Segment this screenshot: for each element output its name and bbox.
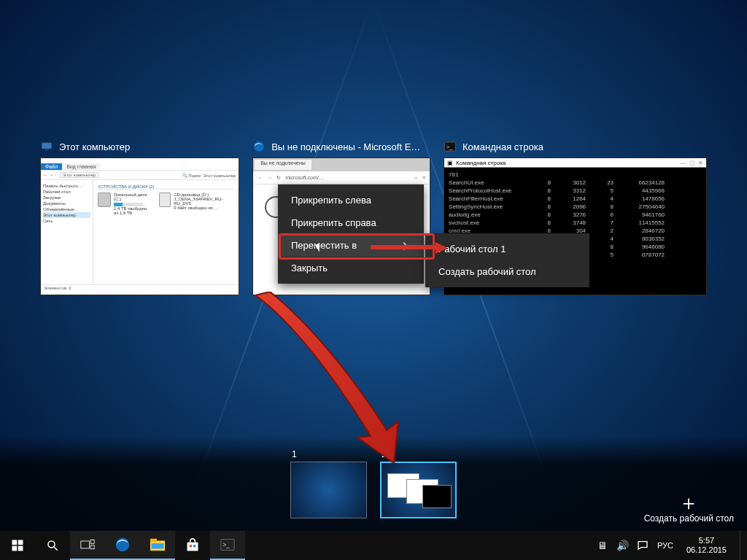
svg-rect-18: [187, 542, 198, 551]
svg-rect-12: [90, 540, 94, 543]
start-button[interactable]: [0, 531, 35, 560]
svg-rect-8: [18, 546, 23, 551]
svg-rect-11: [81, 541, 90, 548]
search-icon: [46, 539, 59, 552]
ctx-pin-right[interactable]: Прикрепить справа: [278, 211, 424, 234]
svg-text:>_: >_: [446, 144, 453, 150]
tray-notifications-icon[interactable]: [637, 540, 650, 551]
svg-rect-13: [90, 545, 94, 549]
svg-line-10: [54, 547, 58, 551]
taskbar-app-edge[interactable]: [105, 531, 140, 560]
system-tray: 🖥 🔊 РУС 5:57 06.12.2015: [593, 531, 747, 560]
new-virtual-desktop[interactable]: ＋ Создать рабочий стол: [644, 493, 734, 524]
taskbar: >_ 🖥 🔊 РУС 5:57 06.12.2015: [0, 531, 747, 560]
window-thumb-explorer[interactable]: Этот компьютер Файл Вид главная ← → ↑ Эт…: [40, 139, 239, 295]
drive-c: Локальный диск (C:) 1,4 ТБ свободно из 1…: [98, 192, 149, 215]
svg-rect-5: [12, 540, 18, 545]
show-desktop-button[interactable]: [740, 531, 744, 560]
virtual-desktop-strip: 1 2: [0, 436, 747, 531]
tray-volume-icon[interactable]: 🔊: [616, 540, 630, 551]
svg-rect-19: [190, 545, 192, 547]
taskbar-app-store[interactable]: [175, 531, 210, 560]
task-view-button[interactable]: [70, 531, 105, 560]
svg-text:>_: >_: [222, 541, 230, 548]
svg-rect-6: [18, 540, 23, 545]
taskbar-app-cmd[interactable]: >_: [210, 531, 245, 560]
ctx-move-to[interactable]: Переместить в❯: [278, 234, 424, 257]
this-pc-icon: [40, 140, 53, 153]
svg-point-2: [254, 141, 264, 152]
ctx-pin-left[interactable]: Прикрепить слева: [278, 189, 424, 211]
svg-rect-17: [152, 543, 164, 548]
svg-rect-1: [45, 149, 49, 151]
explorer-tab-file: Файл: [41, 163, 62, 170]
store-icon: [185, 538, 200, 553]
virtual-desktop-1[interactable]: 1: [290, 449, 367, 518]
cmd-icon: ▣: [447, 160, 453, 166]
plus-icon: ＋: [644, 493, 734, 513]
cmd-icon: >_: [220, 538, 235, 551]
chevron-right-icon: ❯: [402, 241, 408, 249]
svg-rect-0: [42, 143, 52, 149]
svg-rect-7: [12, 546, 18, 551]
ctx-close[interactable]: Закрыть: [278, 257, 424, 279]
tray-clock[interactable]: 5:57 06.12.2015: [681, 536, 732, 555]
svg-rect-16: [150, 539, 157, 542]
cmd-icon: >_: [444, 140, 457, 153]
taskbar-app-explorer[interactable]: [140, 531, 175, 560]
window-thumb-title: Командная строка: [462, 141, 543, 152]
tray-display-icon[interactable]: 🖥: [596, 540, 609, 551]
virtual-desktop-2[interactable]: 2: [380, 449, 457, 518]
ctx-sub-newdesk[interactable]: Создать рабочий стол: [425, 260, 589, 283]
drive-d: CD-дисковод (D:) J_CENA_X64FREV_RU-RU_DV…: [159, 192, 234, 215]
windows-logo-icon: [11, 539, 24, 552]
file-explorer-icon: [150, 537, 166, 552]
context-menu: Прикрепить слева Прикрепить справа Перем…: [278, 184, 424, 284]
svg-rect-20: [193, 545, 196, 547]
svg-point-9: [48, 541, 55, 548]
search-button[interactable]: [35, 531, 70, 560]
tray-language[interactable]: РУС: [657, 541, 673, 550]
context-submenu: Рабочий стол 1 Создать рабочий стол: [425, 233, 589, 287]
window-thumb-title: Вы не подключены - Microsoft E…: [271, 141, 420, 152]
edge-icon: [115, 537, 131, 553]
window-thumb-title: Этот компьютер: [59, 141, 130, 152]
ctx-sub-desktop1[interactable]: Рабочий стол 1: [425, 238, 589, 260]
edge-icon: [252, 140, 266, 153]
task-view-icon: [80, 539, 95, 551]
explorer-sidebar: Панель быстрого… Рабочий стол Загрузки Д…: [41, 180, 93, 284]
explorer-tab-view: Вид главная: [62, 163, 100, 170]
